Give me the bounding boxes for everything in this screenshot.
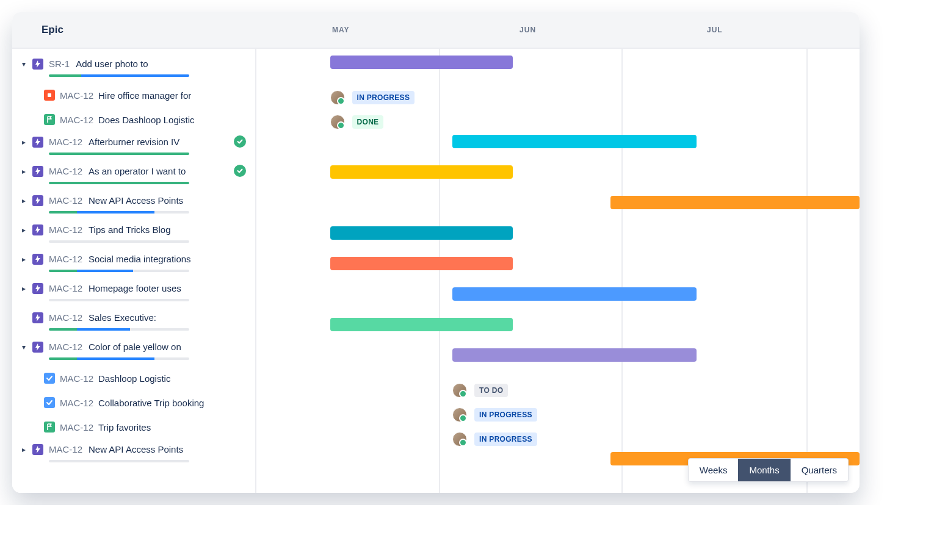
done-badge-icon — [234, 135, 246, 148]
bug-icon — [44, 90, 55, 101]
issue-title: Dashloop Logistic — [98, 373, 170, 384]
timeline-bar[interactable] — [452, 348, 697, 362]
issue-key: MAC-12 — [49, 444, 82, 454]
issue-key: MAC-12 — [60, 422, 93, 433]
epic-icon — [32, 166, 43, 177]
progress-bar — [49, 153, 189, 155]
story-icon — [44, 422, 55, 433]
progress-bar — [49, 74, 189, 77]
avatar[interactable] — [330, 90, 345, 105]
chevron-right-icon[interactable]: ▸ — [20, 284, 28, 293]
epic-row[interactable]: ▾MAC-12Color of pale yellow on — [12, 337, 255, 366]
timeline[interactable]: IN PROGRESSDONETO DOIN PROGRESSIN PROGRE… — [256, 49, 860, 493]
epic-row[interactable]: ▾SR-1Add user photo to — [12, 54, 255, 83]
progress-bar — [49, 211, 189, 214]
child-row[interactable]: MAC-12Trip favorites — [12, 415, 255, 439]
epic-row[interactable]: ▸MAC-12Tips and Tricks Blog — [12, 220, 255, 249]
granularity-option-months[interactable]: Months — [738, 459, 790, 481]
epic-row[interactable]: ▸MAC-12Homepage footer uses — [12, 278, 255, 307]
epic-icon — [32, 254, 43, 265]
issue-title: Color of pale yellow on — [89, 342, 181, 352]
timeline-bar[interactable] — [610, 196, 860, 209]
avatar[interactable] — [452, 407, 467, 422]
chevron-down-icon[interactable]: ▾ — [20, 60, 28, 68]
chevron-right-icon[interactable]: ▸ — [20, 196, 28, 205]
child-row[interactable]: MAC-12Does Dashloop Logistic — [12, 107, 255, 132]
month-label: MAY — [322, 12, 359, 48]
chevron-down-icon[interactable]: ▾ — [20, 343, 28, 351]
header-row: Epic MAYJUNJUL — [12, 12, 860, 49]
epic-icon — [32, 342, 43, 353]
child-row[interactable]: MAC-12Collaborative Trip booking — [12, 390, 255, 415]
chevron-right-icon[interactable]: ▸ — [20, 138, 28, 146]
timeline-bar[interactable] — [330, 165, 513, 179]
status-pill[interactable]: IN PROGRESS — [474, 433, 537, 446]
issue-title: Sales Executive: — [89, 312, 156, 323]
status-pill[interactable]: IN PROGRESS — [352, 91, 415, 104]
issue-key: MAC-12 — [49, 312, 82, 323]
chevron-right-icon[interactable]: ▸ — [20, 255, 28, 264]
issue-title: Collaborative Trip booking — [98, 398, 204, 408]
granularity-option-weeks[interactable]: Weeks — [689, 459, 739, 481]
status-row: IN PROGRESS — [452, 432, 537, 447]
issue-key: SR-1 — [49, 59, 70, 69]
chevron-right-icon[interactable]: ▸ — [20, 167, 28, 176]
progress-bar — [49, 182, 189, 184]
child-row[interactable]: MAC-12Hire office manager for — [12, 83, 255, 107]
column-header-epic: Epic — [12, 24, 256, 36]
timeline-bar[interactable] — [452, 135, 697, 148]
granularity-toggle[interactable]: WeeksMonthsQuarters — [688, 458, 849, 482]
story-icon — [44, 114, 55, 125]
month-divider — [621, 49, 623, 493]
timeline-bar[interactable] — [330, 226, 513, 240]
progress-bar — [49, 270, 189, 272]
progress-bar — [49, 357, 189, 360]
avatar[interactable] — [330, 115, 345, 129]
progress-bar — [49, 240, 189, 243]
timeline-header: MAYJUNJUL — [256, 12, 860, 48]
month-divider — [806, 49, 808, 493]
issue-title: Add user photo to — [76, 59, 148, 69]
issue-key: MAC-12 — [49, 342, 82, 352]
timeline-bar[interactable] — [330, 257, 513, 270]
issue-title: As an operator I want to — [89, 166, 186, 176]
chevron-right-icon[interactable]: ▸ — [20, 226, 28, 234]
epic-row[interactable]: MAC-12Sales Executive: — [12, 307, 255, 337]
child-row[interactable]: MAC-12Dashloop Logistic — [12, 366, 255, 390]
issue-key: MAC-12 — [60, 90, 93, 101]
avatar[interactable] — [452, 383, 467, 398]
epic-icon — [32, 283, 43, 294]
issue-key: MAC-12 — [60, 373, 93, 384]
progress-bar — [49, 299, 189, 301]
epic-icon — [32, 444, 43, 455]
issue-key: MAC-12 — [49, 195, 82, 206]
issue-title: Homepage footer uses — [89, 283, 181, 293]
status-pill[interactable]: DONE — [352, 115, 384, 129]
status-pill[interactable]: TO DO — [474, 384, 508, 397]
issue-title: Afterburner revision IV — [89, 137, 179, 147]
timeline-bar[interactable] — [452, 287, 697, 301]
month-divider — [439, 49, 440, 493]
epic-row[interactable]: ▸MAC-12Afterburner revision IV — [12, 132, 255, 161]
chevron-right-icon[interactable]: ▸ — [20, 445, 28, 454]
progress-bar — [49, 460, 189, 462]
avatar[interactable] — [452, 432, 467, 447]
epic-row[interactable]: ▸MAC-12New API Access Points — [12, 190, 255, 220]
epic-icon — [32, 59, 43, 70]
epic-row[interactable]: ▸MAC-12New API Access Points — [12, 439, 255, 468]
issue-title: Hire office manager for — [98, 90, 191, 101]
done-badge-icon — [234, 165, 246, 177]
status-row: IN PROGRESS — [452, 407, 537, 422]
epic-icon — [32, 312, 43, 323]
granularity-option-quarters[interactable]: Quarters — [791, 459, 848, 481]
task-icon — [44, 373, 55, 384]
body: ▾SR-1Add user photo toMAC-12Hire office … — [12, 49, 860, 493]
epic-row[interactable]: ▸MAC-12Social media integrations — [12, 249, 255, 278]
issue-title: Does Dashloop Logistic — [98, 115, 195, 125]
epic-row[interactable]: ▸MAC-12As an operator I want to — [12, 161, 255, 190]
epic-sidebar: ▾SR-1Add user photo toMAC-12Hire office … — [12, 49, 256, 493]
timeline-bar[interactable] — [330, 56, 513, 69]
status-pill[interactable]: IN PROGRESS — [474, 408, 537, 422]
month-label: JUL — [697, 12, 733, 48]
timeline-bar[interactable] — [330, 318, 513, 331]
